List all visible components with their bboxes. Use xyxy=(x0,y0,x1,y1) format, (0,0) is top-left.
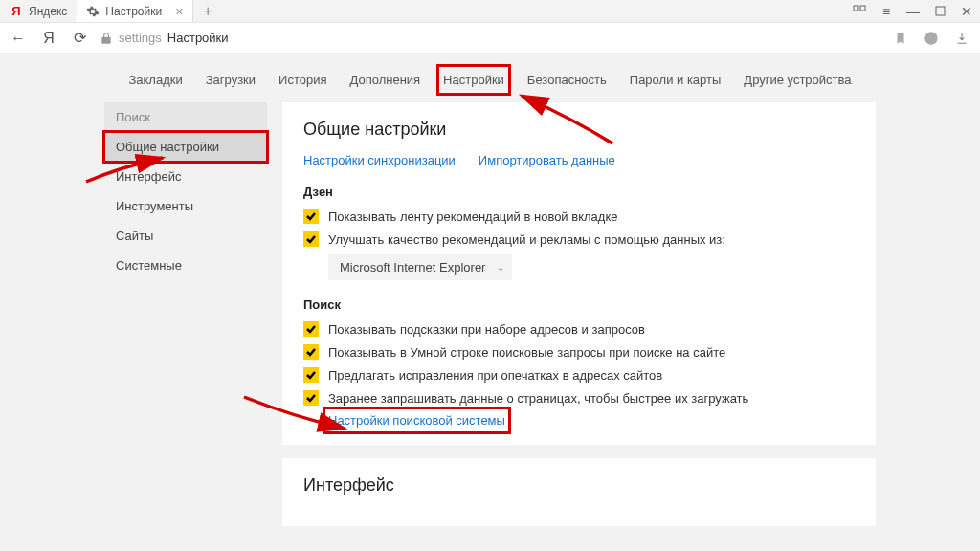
checkbox[interactable] xyxy=(303,390,319,406)
new-tab-button[interactable]: + xyxy=(193,0,221,22)
window-minimize-icon[interactable]: — xyxy=(900,0,926,22)
panel-title: Интерфейс xyxy=(303,475,855,496)
section-title: Поиск xyxy=(303,298,855,312)
window-close-icon[interactable]: ✕ xyxy=(953,0,980,22)
yandex-icon: Я xyxy=(10,5,23,18)
checkbox[interactable] xyxy=(303,231,319,247)
chevron-down-icon: ⌄ xyxy=(497,262,504,273)
tab-label: Настройки xyxy=(105,5,162,18)
settings-main: Поиск Общие настройки Интерфейс Инструме… xyxy=(0,102,980,551)
sidebar-search[interactable]: Поиск xyxy=(104,102,267,132)
window-maximize-icon[interactable] xyxy=(926,0,953,22)
sidebar-item-tools[interactable]: Инструменты xyxy=(104,191,267,221)
tab-bookmarks[interactable]: Закладки xyxy=(126,69,184,91)
section-title: Дзен xyxy=(303,185,855,199)
sidebar-item-system[interactable]: Системные xyxy=(104,251,267,280)
back-button[interactable]: ← xyxy=(8,28,29,49)
tab-label: Яндекс xyxy=(29,5,67,18)
window-titlebar: Я Яндекс Настройки × + ≡ — ✕ xyxy=(0,0,980,23)
panel-interface: Интерфейс xyxy=(282,458,876,526)
sync-settings-link[interactable]: Настройки синхронизации xyxy=(303,153,456,167)
settings-sidebar: Поиск Общие настройки Интерфейс Инструме… xyxy=(104,102,267,526)
checkbox[interactable] xyxy=(303,344,319,360)
settings-nav-tabs: Закладки Загрузки История Дополнения Нас… xyxy=(0,54,980,102)
checkbox-label: Заранее запрашивать данные о страницах, … xyxy=(328,391,748,406)
window-panel-icon[interactable] xyxy=(846,0,873,22)
checkbox-label: Улучшать качество рекомендаций и рекламы… xyxy=(328,232,725,247)
browser-tab-0[interactable]: Я Яндекс xyxy=(0,0,77,22)
reload-button[interactable]: ⟳ xyxy=(69,28,90,49)
bookmark-icon[interactable] xyxy=(890,28,911,49)
tab-devices[interactable]: Другие устройства xyxy=(742,69,853,91)
checkbox-label: Предлагать исправления при опечатках в а… xyxy=(328,368,662,383)
zen-source-dropdown[interactable]: Microsoft Internet Explorer ⌄ xyxy=(328,254,512,280)
browser-tab-1[interactable]: Настройки × xyxy=(77,0,193,22)
import-data-link[interactable]: Импортировать данные xyxy=(479,153,615,167)
gear-icon xyxy=(86,5,100,18)
tab-settings[interactable]: Настройки xyxy=(441,69,506,91)
window-menu-icon[interactable]: ≡ xyxy=(873,0,900,22)
checkbox-label: Показывать ленту рекомендаций в новой вк… xyxy=(328,209,617,224)
address-bar[interactable]: settings Настройки xyxy=(100,31,880,45)
section-search: Поиск Показывать подсказки при наборе ад… xyxy=(303,298,855,428)
svg-rect-2 xyxy=(936,7,945,15)
tab-security[interactable]: Безопасность xyxy=(525,69,609,91)
checkbox[interactable] xyxy=(303,367,319,383)
lock-icon xyxy=(100,32,113,45)
checkbox[interactable] xyxy=(303,209,319,224)
tab-downloads[interactable]: Загрузки xyxy=(204,69,257,91)
svg-rect-1 xyxy=(860,6,865,11)
browser-toolbar: ← Я ⟳ settings Настройки xyxy=(0,23,980,54)
section-zen: Дзен Показывать ленту рекомендаций в нов… xyxy=(303,185,855,280)
close-tab-icon[interactable]: × xyxy=(175,4,183,19)
svg-rect-0 xyxy=(854,6,858,11)
checkbox-label: Показывать подсказки при наборе адресов … xyxy=(328,322,645,337)
home-button[interactable]: Я xyxy=(38,28,59,49)
checkbox-label: Показывать в Умной строке поисковые запр… xyxy=(328,345,725,360)
address-prefix: settings xyxy=(119,31,162,45)
svg-point-3 xyxy=(924,32,937,44)
downloads-icon[interactable] xyxy=(951,28,972,49)
tab-history[interactable]: История xyxy=(277,69,328,91)
sidebar-item-interface[interactable]: Интерфейс xyxy=(104,162,267,191)
shield-icon[interactable] xyxy=(921,28,942,49)
settings-page: Закладки Загрузки История Дополнения Нас… xyxy=(0,54,980,551)
panel-general: Общие настройки Настройки синхронизации … xyxy=(282,102,876,445)
sidebar-item-sites[interactable]: Сайты xyxy=(104,221,267,251)
tab-passwords[interactable]: Пароли и карты xyxy=(628,69,724,91)
tab-addons[interactable]: Дополнения xyxy=(347,69,422,91)
search-engine-settings-link[interactable]: Настройки поисковой системы xyxy=(328,412,505,429)
address-label: Настройки xyxy=(167,31,229,45)
checkbox[interactable] xyxy=(303,321,319,337)
sidebar-item-general[interactable]: Общие настройки xyxy=(104,132,267,162)
panel-title: Общие настройки xyxy=(303,120,855,140)
dropdown-value: Microsoft Internet Explorer xyxy=(340,260,485,275)
